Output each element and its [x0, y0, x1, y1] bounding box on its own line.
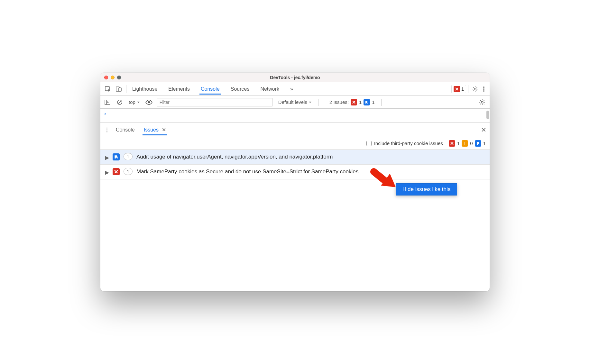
scrollbar-thumb[interactable] [486, 111, 489, 119]
include-third-party-checkbox[interactable]: Include third-party cookie issues [366, 141, 443, 146]
drawer-tab-issues[interactable]: Issues ✕ [143, 124, 168, 135]
errors-count: 1 [457, 141, 460, 146]
info-count: 1 [483, 141, 486, 146]
console-toolbar: top Default levels 2 Issues: 1 1 [100, 96, 490, 109]
svg-point-14 [106, 131, 107, 132]
expand-triangle-icon[interactable]: ▶ [105, 154, 109, 161]
svg-point-5 [483, 88, 484, 90]
separator [126, 85, 126, 93]
svg-point-13 [106, 129, 107, 130]
issues-errors-count: 1 [359, 99, 362, 105]
tab-network[interactable]: Network [259, 84, 281, 95]
context-menu-hide-issues[interactable]: Hide issues like this [396, 183, 457, 196]
issues-toolbar: Include third-party cookie issues 1 0 1 [100, 137, 490, 150]
console-filter-input[interactable] [157, 98, 272, 106]
main-tabs: Lighthouse Elements Console Sources Netw… [131, 84, 294, 95]
open-issues-button[interactable]: 2 Issues: 1 1 [329, 99, 375, 105]
svg-point-11 [481, 101, 483, 103]
window-controls [100, 76, 121, 79]
titlebar: DevTools - jec.fyi/demo [100, 73, 490, 82]
svg-point-10 [148, 101, 150, 103]
checkbox-icon [366, 141, 372, 146]
issue-occurrence-count: 1 [124, 168, 133, 175]
expand-triangle-icon[interactable]: ▶ [105, 169, 109, 176]
console-messages-area[interactable]: › [100, 109, 490, 123]
include-third-party-label: Include third-party cookie issues [374, 141, 443, 146]
issues-info-count: 1 [372, 99, 374, 105]
devtools-window: DevTools - jec.fyi/demo Lighthouse Eleme… [100, 73, 490, 291]
toggle-sidebar-icon[interactable] [103, 98, 112, 107]
error-badge-icon [351, 99, 357, 105]
svg-rect-15 [465, 142, 465, 144]
context-label: top [129, 99, 135, 105]
drawer-tab-console[interactable]: Console [115, 124, 136, 135]
page-errors-count: 1 [461, 86, 464, 92]
separator [318, 99, 318, 106]
separator [381, 99, 382, 106]
log-levels-label: Default levels [278, 99, 307, 105]
device-toolbar-icon[interactable] [113, 84, 124, 95]
issues-list: ▶ 1 Audit usage of navigator.userAgent, … [100, 150, 490, 291]
svg-point-6 [483, 90, 484, 92]
issue-kind-info-icon [113, 153, 120, 160]
drawer-tab-issues-label: Issues [144, 127, 159, 132]
issue-kind-counts: 1 0 1 [449, 140, 486, 147]
window-title: DevTools - jec.fyi/demo [100, 75, 490, 80]
issue-row[interactable]: ▶ 1 Mark SameParty cookies as Secure and… [100, 165, 490, 179]
console-prompt-caret: › [104, 111, 107, 117]
issue-occurrence-count: 1 [124, 153, 133, 160]
tab-console[interactable]: Console [199, 84, 221, 95]
issue-title: Mark SameParty cookies as Secure and do … [136, 168, 485, 176]
close-tab-icon[interactable]: ✕ [162, 127, 166, 132]
page-errors-chip[interactable]: 1 [451, 85, 466, 93]
info-badge-icon [475, 140, 481, 147]
warning-badge-icon [462, 140, 468, 147]
clear-console-icon[interactable] [115, 98, 124, 107]
drawer-tab-strip: Console Issues ✕ ✕ [100, 123, 490, 137]
live-expression-eye-icon[interactable] [144, 98, 153, 107]
tabs-overflow-button[interactable]: » [289, 84, 294, 95]
svg-point-12 [106, 127, 107, 128]
minimize-window-button[interactable] [111, 76, 115, 79]
dropdown-triangle-icon [309, 101, 312, 104]
log-levels-selector[interactable]: Default levels [278, 99, 312, 105]
error-badge-icon [449, 140, 455, 147]
tab-lighthouse[interactable]: Lighthouse [131, 84, 159, 95]
issue-title: Audit usage of navigator.userAgent, navi… [136, 153, 485, 161]
error-badge-icon [454, 86, 460, 92]
settings-gear-icon[interactable] [470, 86, 480, 92]
svg-rect-16 [465, 144, 465, 145]
svg-line-9 [118, 101, 121, 104]
issue-kind-error-icon [113, 168, 120, 175]
info-badge-icon [364, 99, 370, 105]
close-drawer-icon[interactable]: ✕ [481, 126, 486, 134]
dropdown-triangle-icon [137, 101, 140, 104]
svg-point-3 [474, 88, 476, 90]
more-menu-icon[interactable] [480, 86, 488, 92]
zoom-window-button[interactable] [117, 76, 121, 79]
svg-rect-2 [119, 88, 121, 91]
annotation-arrow-icon [367, 168, 400, 194]
execution-context-selector[interactable]: top [127, 99, 141, 105]
svg-point-4 [483, 86, 484, 88]
issues-count-label: 2 Issues: [329, 99, 349, 105]
tab-sources[interactable]: Sources [229, 84, 251, 95]
context-menu-item-label: Hide issues like this [402, 186, 450, 192]
close-window-button[interactable] [104, 76, 108, 79]
warnings-count: 0 [470, 141, 473, 146]
issue-row[interactable]: ▶ 1 Audit usage of navigator.userAgent, … [100, 150, 490, 165]
console-settings-gear-icon[interactable] [477, 99, 487, 105]
tab-elements[interactable]: Elements [167, 84, 191, 95]
inspect-element-icon[interactable] [102, 84, 113, 95]
main-tab-strip: Lighthouse Elements Console Sources Netw… [100, 82, 490, 96]
separator [468, 85, 468, 93]
drawer-more-menu-icon[interactable] [104, 127, 110, 133]
